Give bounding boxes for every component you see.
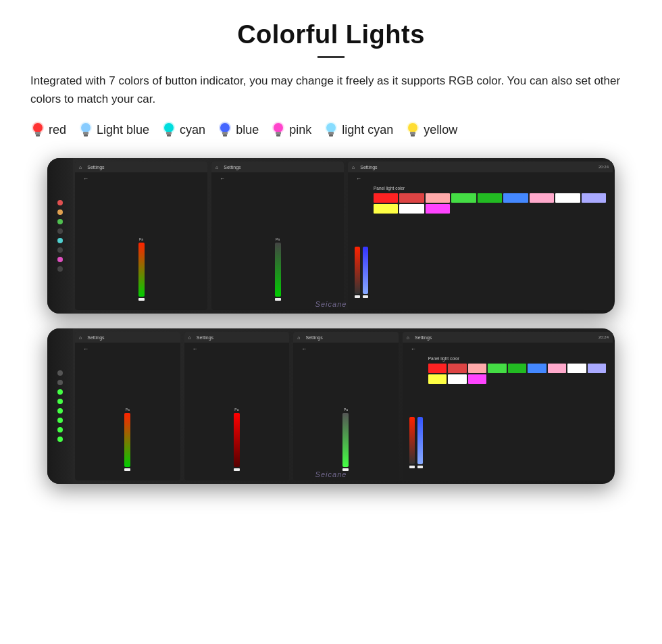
svg-rect-19 [276, 134, 280, 137]
screen-panel-b3: ⌂ Settings ← Pa [293, 332, 399, 480]
screen-content-b2: ← Pa [184, 343, 290, 480]
palette-title-b: Panel light color [428, 356, 606, 361]
screen-content-3: ← [348, 172, 613, 310]
palette-row-2 [530, 193, 606, 203]
back-btn-3[interactable]: ← [352, 174, 613, 183]
svg-point-17 [274, 123, 283, 132]
color-item-light-cyan: light cyan [324, 120, 393, 139]
palette-cell-0-2[interactable] [468, 364, 486, 373]
palette-cell-2-0[interactable] [548, 364, 566, 373]
svg-rect-27 [411, 134, 415, 137]
palette-cell-1-0[interactable] [488, 364, 506, 373]
home-icon-b3: ⌂ [297, 335, 300, 340]
home-icon-3: ⌂ [352, 165, 355, 170]
screen-topbar-b3: ⌂ Settings [293, 332, 399, 343]
palette-row-3 [374, 204, 450, 214]
wide-sliders [355, 186, 368, 307]
palette-cell-3-2[interactable] [468, 374, 486, 384]
palette-row-3 [428, 374, 486, 384]
palette-cell-3-2[interactable] [426, 204, 450, 214]
svg-point-9 [164, 123, 174, 132]
color-label-pink: pink [289, 123, 311, 137]
screen-topbar-1: ⌂ Settings [75, 162, 207, 172]
side-btn-b5 [57, 408, 63, 414]
side-btn-gray3 [57, 266, 63, 272]
slider-visual-1: Pa [75, 183, 207, 310]
back-btn-b1[interactable]: ← [79, 345, 180, 353]
side-btn-pink [57, 257, 63, 262]
svg-point-1 [33, 123, 43, 132]
side-btn-orange [57, 209, 63, 215]
palette-cell-1-1[interactable] [508, 364, 526, 373]
slider-visual-b3: Pa [293, 353, 399, 480]
palette-cell-3-0[interactable] [428, 374, 447, 384]
screen-panel-b1: ⌂ Settings ← Pa [75, 332, 180, 480]
palette-cell-2-0[interactable] [530, 193, 554, 203]
palette-cell-2-2[interactable] [582, 193, 606, 203]
palette-cell-2-1[interactable] [567, 364, 586, 373]
settings-label-b4: Settings [415, 335, 432, 340]
palette-cell-1-2[interactable] [503, 193, 528, 203]
settings-label-b1: Settings [87, 335, 104, 340]
color-row: redLight bluecyanbluepinklight cyanyello… [27, 120, 635, 139]
side-btn-b3 [57, 389, 63, 395]
back-btn-b2[interactable]: ← [188, 345, 290, 353]
svg-point-21 [326, 123, 336, 132]
svg-point-25 [408, 123, 417, 132]
wide-palette-b: Panel light color [428, 356, 606, 478]
bottom-car-radio: ⌂ Settings ← Pa [47, 328, 615, 484]
color-label-blue: blue [236, 123, 259, 137]
palette-cell-3-1[interactable] [399, 204, 424, 214]
color-item-pink: pink [271, 120, 311, 139]
bulb-icon-red [30, 120, 45, 139]
side-btn-b7 [57, 427, 63, 432]
back-btn-2[interactable]: ← [215, 174, 344, 183]
bottom-device-group: ⌂ Settings ← Pa [27, 328, 635, 484]
palette-cell-1-1[interactable] [478, 193, 502, 203]
settings-label-3: Settings [360, 165, 377, 170]
slider-visual-b1: Pa [75, 353, 180, 480]
svg-rect-11 [167, 134, 171, 137]
palette-cell-0-2[interactable] [426, 193, 450, 203]
color-label-light-cyan: light cyan [342, 123, 393, 137]
color-item-yellow: yellow [405, 120, 457, 139]
svg-rect-3 [36, 134, 40, 137]
palette-cell-3-1[interactable] [448, 374, 466, 384]
back-btn-1[interactable]: ← [79, 174, 207, 183]
palette-cell-2-2[interactable] [588, 364, 606, 373]
screen-time-3: 20:24 [599, 165, 609, 169]
wide-screen-inner-b: Panel light color [403, 353, 613, 480]
screen-topbar-b1: ⌂ Settings [75, 332, 180, 343]
screen-content-b3: ← Pa [293, 343, 399, 480]
side-btn-b6 [57, 418, 63, 423]
page-container: Colorful Lights Integrated with 7 colors… [0, 0, 662, 526]
palette-cell-1-0[interactable] [451, 193, 476, 203]
svg-point-5 [81, 123, 91, 132]
palette-title: Panel light color [374, 186, 606, 191]
side-buttons-top [47, 158, 73, 314]
screen-topbar-b4: ⌂ Settings 20:24 [403, 332, 613, 343]
top-car-radio: ⌂ Settings ← Pa [47, 158, 615, 314]
palette-cell-0-0[interactable] [374, 193, 398, 203]
slider-visual-b2: Pa [184, 353, 290, 480]
side-btn-red [57, 200, 63, 205]
palette-row-1 [451, 193, 528, 203]
wide-screen-inner: Panel light color [348, 183, 613, 310]
palette-cell-0-1[interactable] [399, 193, 424, 203]
palette-cell-0-1[interactable] [448, 364, 466, 373]
palette-cell-3-0[interactable] [374, 204, 398, 214]
svg-rect-7 [84, 134, 88, 137]
palette-cell-1-2[interactable] [528, 364, 546, 373]
back-btn-b3[interactable]: ← [297, 345, 399, 353]
palette-cell-0-0[interactable] [428, 364, 447, 373]
back-btn-b4[interactable]: ← [407, 345, 613, 353]
svg-rect-6 [83, 132, 88, 134]
palette-row-2 [548, 364, 606, 373]
bulb-icon-pink [271, 120, 286, 139]
screen-panel-2: ⌂ Settings ← Pa [211, 162, 344, 310]
palette-cell-2-1[interactable] [555, 193, 580, 203]
bottom-screens-area: ⌂ Settings ← Pa [73, 328, 615, 484]
side-btn-b2 [57, 380, 63, 385]
svg-rect-2 [35, 132, 41, 134]
side-btn-cyan [57, 238, 63, 243]
